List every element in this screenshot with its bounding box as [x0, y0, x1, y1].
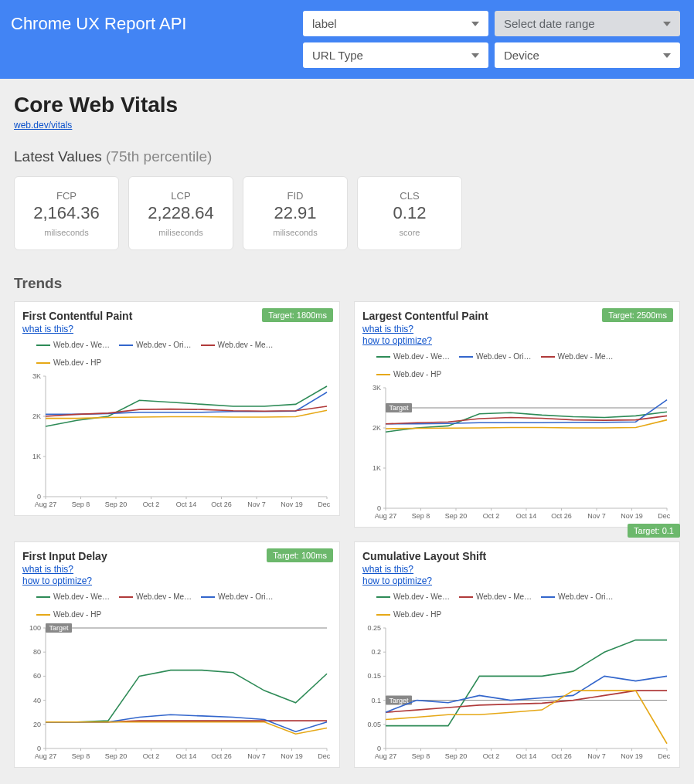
svg-text:Oct 14: Oct 14 — [176, 501, 197, 508]
latest-values-label: Latest Values — [14, 148, 102, 165]
label-select[interactable]: label — [303, 11, 488, 36]
trends-title: Trends — [14, 275, 680, 292]
legend-label: Web.dev - HP — [53, 610, 101, 619]
chart-help-link[interactable]: what is this? — [22, 324, 332, 334]
svg-text:0.2: 0.2 — [371, 648, 381, 656]
metric-unit: miliseconds — [158, 228, 202, 237]
svg-text:3K: 3K — [373, 384, 381, 392]
chart-help-link[interactable]: what is this? — [22, 564, 332, 575]
svg-text:Target: Target — [389, 404, 409, 412]
legend-swatch — [541, 596, 555, 598]
svg-text:2K: 2K — [32, 412, 41, 420]
chart-legend: Web.dev - We…Web.dev - Ori…Web.dev - Me…… — [376, 352, 672, 378]
legend-label: Web.dev - Me… — [136, 592, 192, 601]
chart-card-fcp: Target: 1800msFirst Contentful Paintwhat… — [14, 301, 340, 516]
chart-card-lcp: Target: 2500msLargest Contentful Paintwh… — [354, 301, 680, 528]
svg-text:Nov 7: Nov 7 — [587, 512, 606, 520]
label-select-text: label — [312, 17, 337, 30]
svg-text:2K: 2K — [373, 424, 381, 432]
svg-text:Oct 26: Oct 26 — [211, 501, 232, 508]
svg-text:Nov 7: Nov 7 — [247, 501, 266, 508]
date-range-select[interactable]: Select date range — [495, 11, 680, 36]
legend-swatch — [119, 596, 133, 598]
target-badge: Target: 0.1 — [628, 524, 680, 538]
legend-item: Web.dev - Me… — [541, 352, 614, 361]
legend-swatch — [376, 374, 390, 375]
chart-help-link[interactable]: how to optimize? — [22, 575, 332, 586]
svg-text:Aug 27: Aug 27 — [35, 501, 57, 508]
metric-unit: miliseconds — [44, 228, 88, 237]
chart-card-fid: Target: 100msFirst Input Delaywhat is th… — [14, 541, 340, 768]
chart-links: what is this?how to optimize? — [22, 564, 332, 586]
legend-swatch — [36, 344, 50, 346]
svg-text:Sep 20: Sep 20 — [105, 752, 128, 760]
device-text: Device — [504, 49, 539, 62]
legend-item: Web.dev - Me… — [459, 592, 532, 601]
legend-swatch — [36, 596, 50, 598]
svg-text:0.25: 0.25 — [367, 624, 381, 632]
chart-card-cls: Cumulative Layout Shiftwhat is this?how … — [354, 541, 680, 768]
url-type-text: URL Type — [312, 49, 363, 62]
metric-card-fid: FID22.91miliseconds — [243, 176, 348, 250]
svg-text:Nov 19: Nov 19 — [621, 512, 643, 520]
legend-item: Web.dev - Ori… — [541, 592, 614, 601]
chart-help-link[interactable]: what is this? — [362, 564, 672, 575]
chart-plot: 01K2K3KAug 27Sep 8Sep 20Oct 2Oct 14Oct 2… — [22, 372, 332, 511]
svg-text:Nov 19: Nov 19 — [621, 752, 643, 760]
caret-down-icon — [663, 53, 671, 58]
metric-name: FCP — [56, 190, 77, 202]
metric-value: 0.12 — [393, 203, 427, 223]
svg-text:Dec 1: Dec 1 — [658, 752, 672, 760]
svg-text:Nov 7: Nov 7 — [247, 752, 266, 760]
svg-text:0: 0 — [377, 745, 381, 752]
legend-swatch — [376, 596, 390, 598]
legend-label: Web.dev - We… — [393, 592, 450, 601]
filter-selectors: label Select date range URL Type Device — [303, 11, 680, 68]
vitals-link[interactable]: web.dev/vitals — [14, 120, 72, 131]
svg-text:Aug 27: Aug 27 — [375, 512, 397, 520]
metric-value: 22.91 — [274, 203, 316, 223]
target-badge: Target: 2500ms — [602, 308, 673, 322]
chart-plot: 01K2K3KAug 27Sep 8Sep 20Oct 2Oct 14Oct 2… — [362, 383, 672, 522]
svg-text:Oct 2: Oct 2 — [483, 512, 500, 520]
svg-text:Dec 1: Dec 1 — [318, 752, 332, 760]
svg-text:Oct 2: Oct 2 — [483, 752, 500, 760]
chart-help-link[interactable]: how to optimize? — [362, 335, 672, 346]
svg-text:100: 100 — [29, 624, 41, 632]
metric-cards: FCP2,164.36milisecondsLCP2,228.64milisec… — [14, 176, 680, 250]
date-range-text: Select date range — [504, 17, 595, 30]
legend-item: Web.dev - Ori… — [459, 352, 532, 361]
latest-values-header: Latest Values (75th percentile) — [14, 148, 680, 165]
svg-text:Target: Target — [389, 697, 409, 704]
legend-label: Web.dev - Me… — [218, 341, 274, 349]
chart-links: what is this? — [22, 324, 332, 334]
app-title: Chrome UX Report API — [11, 11, 294, 34]
svg-text:60: 60 — [33, 672, 41, 680]
svg-text:0.15: 0.15 — [367, 672, 381, 680]
device-select[interactable]: Device — [495, 42, 680, 68]
svg-text:1K: 1K — [32, 453, 41, 460]
chart-help-link[interactable]: what is this? — [362, 324, 672, 334]
chart-legend: Web.dev - We…Web.dev - Me…Web.dev - Ori…… — [36, 592, 332, 619]
url-type-select[interactable]: URL Type — [303, 42, 488, 68]
chart-title: Cumulative Layout Shift — [362, 550, 672, 562]
caret-down-icon — [471, 53, 479, 58]
svg-text:Oct 26: Oct 26 — [551, 752, 572, 760]
legend-swatch — [459, 356, 473, 358]
metric-name: CLS — [400, 190, 419, 202]
svg-text:Oct 2: Oct 2 — [143, 752, 160, 760]
svg-text:Sep 8: Sep 8 — [72, 501, 90, 508]
legend-swatch — [36, 362, 50, 364]
svg-text:0: 0 — [37, 493, 41, 501]
svg-text:1K: 1K — [373, 464, 381, 472]
page-body: Core Web Vitals web.dev/vitals Latest Va… — [0, 79, 694, 782]
chart-legend: Web.dev - We…Web.dev - Me…Web.dev - Ori…… — [376, 592, 672, 619]
svg-text:Oct 14: Oct 14 — [516, 512, 537, 520]
svg-text:Sep 20: Sep 20 — [105, 501, 128, 508]
chart-help-link[interactable]: how to optimize? — [362, 575, 672, 586]
svg-text:0.1: 0.1 — [371, 697, 381, 704]
metric-value: 2,228.64 — [148, 203, 214, 223]
svg-text:Sep 8: Sep 8 — [412, 512, 430, 520]
chart-links: what is this?how to optimize? — [362, 564, 672, 586]
svg-text:Oct 14: Oct 14 — [176, 752, 197, 760]
